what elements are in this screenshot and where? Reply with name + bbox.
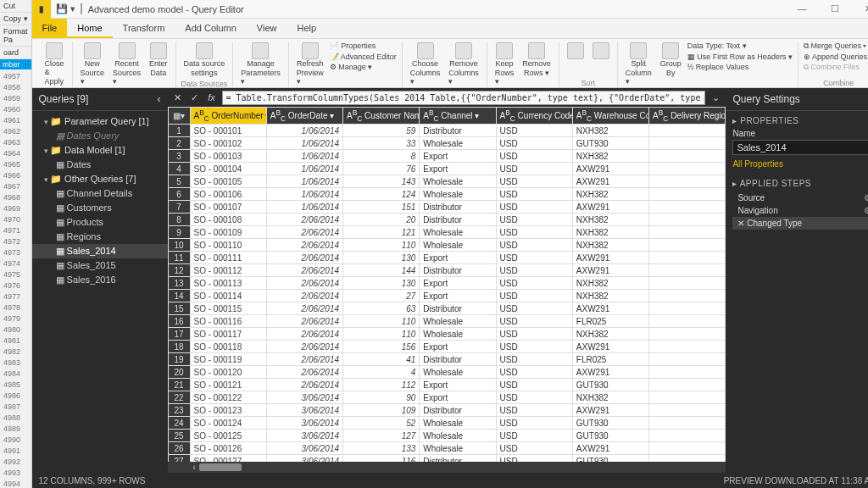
cell[interactable]: GUT930	[572, 417, 648, 430]
cell[interactable]: SO - 000105	[190, 175, 266, 188]
cell[interactable]: GUT930	[572, 455, 648, 462]
cell[interactable]: NXH382	[572, 239, 648, 252]
row-number[interactable]: 13	[168, 277, 190, 290]
cell[interactable]: 127	[343, 430, 420, 442]
queries-item[interactable]: ▦ Regions	[32, 230, 168, 244]
row-number[interactable]: 4	[168, 163, 190, 175]
append-queries-button[interactable]: ⊕ Append Queries ▾	[804, 53, 868, 63]
row-number[interactable]: 25	[168, 430, 190, 442]
cell[interactable]: Export	[420, 379, 496, 391]
cell[interactable]: 41	[343, 353, 420, 366]
cell[interactable]: NXH382	[572, 214, 648, 226]
queries-collapse-icon[interactable]: ‹	[158, 93, 161, 105]
cell[interactable]: AXW291	[572, 264, 648, 277]
row-number[interactable]: 22	[168, 391, 190, 404]
cell[interactable]: NXH382	[572, 290, 648, 302]
row-number[interactable]: 18	[168, 341, 190, 353]
cell[interactable]: 2/06/2014	[266, 277, 342, 290]
row-number[interactable]: 11	[168, 252, 190, 264]
advanced-editor-button[interactable]: 📝 Advanced Editor	[330, 53, 397, 63]
queries-folder[interactable]: 📁 Other Queries [7]	[32, 172, 168, 186]
cell[interactable]: Export	[420, 290, 496, 302]
cell[interactable]: 1/06/2014	[266, 201, 342, 214]
cell[interactable]: 2/06/2014	[266, 302, 342, 315]
cell[interactable]: USD	[496, 379, 572, 391]
cell[interactable]: AXW291	[572, 201, 648, 214]
cell[interactable]: AXW291	[572, 163, 648, 175]
cell[interactable]: USD	[496, 455, 572, 462]
column-header[interactable]: ABC Currency Code ▾	[496, 108, 572, 125]
cell[interactable]: 4	[343, 366, 420, 379]
cell[interactable]: 2/06/2014	[266, 315, 342, 328]
cell[interactable]: Wholesale	[420, 239, 496, 252]
choose-columns-button[interactable]: ChooseColumns ▾	[408, 42, 443, 87]
cell[interactable]: Export	[420, 341, 496, 353]
cell[interactable]: 59	[343, 125, 420, 137]
cell[interactable]: 2/06/2014	[266, 264, 342, 277]
cell[interactable]: USD	[496, 341, 572, 353]
cell[interactable]: SO - 000127	[190, 455, 266, 462]
cell[interactable]: Distributor	[420, 264, 496, 277]
cell[interactable]: GUT930	[572, 379, 648, 391]
queries-item[interactable]: ▦ Customers	[32, 201, 168, 215]
cell[interactable]: Wholesale	[420, 442, 496, 455]
cell[interactable]: 116	[343, 455, 420, 462]
cell[interactable]: 2/06/2014	[266, 252, 342, 264]
data-grid[interactable]: ▦▾ABC OrderNumber ▾ABC OrderDate ▾ABC Cu…	[168, 107, 726, 462]
cell[interactable]: 144	[343, 264, 420, 277]
cell[interactable]: 110	[343, 315, 420, 328]
column-header[interactable]: ABC Delivery Regio ▾	[649, 108, 726, 125]
queries-item[interactable]: ▦ Sales_2014	[32, 244, 168, 258]
cell[interactable]: USD	[496, 150, 572, 163]
clip-cut[interactable]: Cut	[0, 0, 31, 13]
row-number[interactable]: 19	[168, 353, 190, 366]
row-number[interactable]: 15	[168, 302, 190, 315]
refresh-preview-button[interactable]: RefreshPreview ▾	[294, 42, 326, 87]
cell[interactable]: AXW291	[572, 442, 648, 455]
cell[interactable]: 2/06/2014	[266, 214, 342, 226]
applied-step[interactable]: ✕ Changed Type	[732, 217, 868, 230]
cell[interactable]: 2/06/2014	[266, 239, 342, 252]
cell[interactable]: 63	[343, 302, 420, 315]
cell[interactable]: 2/06/2014	[266, 366, 342, 379]
cell[interactable]: 3/06/2014	[266, 455, 342, 462]
cell[interactable]: AXW291	[572, 302, 648, 315]
cell[interactable]: 1/06/2014	[266, 175, 342, 188]
cell[interactable]: Wholesale	[420, 366, 496, 379]
gear-icon[interactable]: ⚙	[864, 206, 868, 215]
cell[interactable]: USD	[496, 201, 572, 214]
gear-icon[interactable]: ⚙	[864, 193, 868, 202]
cell[interactable]: 110	[343, 328, 420, 341]
cell[interactable]: SO - 000117	[190, 328, 266, 341]
cell[interactable]: AXW291	[572, 175, 648, 188]
column-header[interactable]: ABC Channel ▾	[420, 108, 496, 125]
row-number[interactable]: 26	[168, 442, 190, 455]
cell[interactable]: SO - 000108	[190, 214, 266, 226]
data-source-settings-button[interactable]: Data sourcesettings	[181, 42, 228, 79]
cell[interactable]: SO - 000122	[190, 391, 266, 404]
cell[interactable]: SO - 000112	[190, 264, 266, 277]
cell[interactable]: 76	[343, 163, 420, 175]
cell[interactable]: 109	[343, 404, 420, 417]
merge-queries-button[interactable]: ⧉ Merge Queries ▾	[804, 42, 868, 52]
tab-help[interactable]: Help	[287, 19, 327, 38]
manage-button[interactable]: ⚙ Manage ▾	[330, 63, 397, 73]
column-header[interactable]: ABC OrderNumber ▾	[190, 108, 266, 125]
row-number[interactable]: 23	[168, 404, 190, 417]
steps-section-title[interactable]: ▸ APPLIED STEPS	[732, 179, 868, 188]
cell[interactable]: USD	[496, 353, 572, 366]
cell[interactable]: NXH382	[572, 226, 648, 239]
cell[interactable]: Wholesale	[420, 315, 496, 328]
row-number[interactable]: 1	[168, 125, 190, 137]
manage-parameters-button[interactable]: ManageParameters ▾	[238, 42, 283, 87]
cell[interactable]: 143	[343, 175, 420, 188]
save-icon[interactable]: 💾 ▾ ⎥	[56, 3, 83, 14]
queries-item[interactable]: ▦ Sales_2015	[32, 258, 168, 273]
cell[interactable]: USD	[496, 404, 572, 417]
cell[interactable]: 3/06/2014	[266, 430, 342, 442]
keep-rows-button[interactable]: KeepRows ▾	[492, 42, 517, 87]
tab-add-column[interactable]: Add Column	[175, 19, 247, 38]
cell[interactable]: Wholesale	[420, 175, 496, 188]
cell[interactable]: Wholesale	[420, 417, 496, 430]
cell[interactable]: USD	[496, 430, 572, 442]
